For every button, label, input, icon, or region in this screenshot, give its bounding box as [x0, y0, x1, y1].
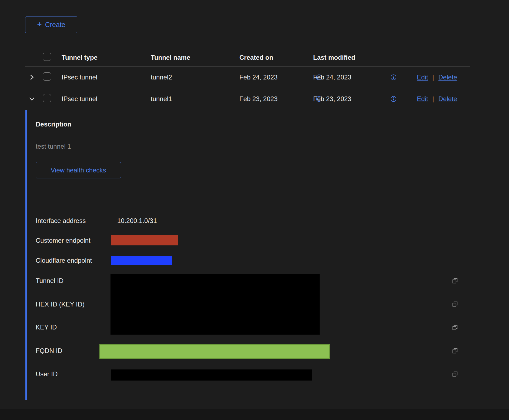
table-bottom-border [25, 400, 470, 400]
description-label: Description [36, 121, 71, 128]
view-health-checks-label: View health checks [51, 166, 106, 174]
hex-id-label: HEX ID (KEY ID) [36, 301, 85, 308]
customer-endpoint-redacted-value [111, 235, 178, 245]
info-icon[interactable] [390, 96, 397, 102]
tunnel-type-cell: IPsec tunnel [62, 95, 97, 103]
expanded-row-accent-bar [25, 110, 27, 400]
view-health-checks-button[interactable]: View health checks [36, 162, 121, 178]
tunnel-type-cell: IPsec tunnel [62, 74, 97, 81]
header-tunnel-name: Tunnel name [151, 54, 190, 61]
delete-link[interactable]: Delete [438, 74, 457, 81]
copy-icon[interactable] [452, 301, 458, 307]
user-id-label: User ID [36, 370, 58, 378]
edit-link[interactable]: Edit [417, 95, 428, 103]
table-row: IPsec tunnel tunnel2 Feb 24, 2023 Feb 24… [25, 66, 470, 88]
chevron-down-icon[interactable] [29, 96, 35, 102]
header-tunnel-type: Tunnel type [62, 54, 98, 61]
user-id-redacted-value [111, 369, 312, 381]
description-value: test tunnel 1 [36, 143, 71, 150]
info-icon[interactable] [390, 74, 397, 80]
actions-separator: | [432, 74, 434, 81]
section-divider [36, 196, 461, 196]
table-header-row: Tunnel type Tunnel name Created on Last … [25, 49, 470, 67]
fqdn-id-label: FQDN ID [36, 347, 62, 355]
created-on-cell: Feb 24, 2023 [239, 74, 277, 81]
last-modified-cell: Feb 23, 2023 [313, 95, 351, 103]
header-last-modified: Last modified [313, 54, 355, 61]
delete-link[interactable]: Delete [438, 95, 457, 103]
select-all-checkbox[interactable] [43, 53, 51, 61]
id-values-redacted-block [110, 274, 320, 335]
row-checkbox[interactable] [43, 94, 51, 102]
cloudflare-endpoint-redacted-value [111, 256, 172, 265]
tunnel-name-cell: tunnel1 [151, 95, 172, 103]
created-on-cell: Feb 23, 2023 [239, 95, 277, 103]
tunnels-page: + Create Tunnel type Tunnel name Created… [0, 0, 509, 420]
copy-icon[interactable] [452, 278, 458, 284]
table-row: IPsec tunnel tunnel1 Feb 23, 2023 Feb 23… [25, 88, 470, 110]
interface-address-value: 10.200.1.0/31 [117, 217, 157, 225]
plus-icon: + [37, 20, 42, 28]
footer-strip [0, 409, 509, 420]
key-id-label: KEY ID [36, 324, 57, 331]
copy-icon[interactable] [452, 348, 458, 354]
row-checkbox[interactable] [43, 72, 51, 81]
create-button[interactable]: + Create [25, 16, 77, 33]
header-created-on: Created on [239, 54, 273, 61]
customer-endpoint-label: Customer endpoint [36, 237, 91, 244]
edit-link[interactable]: Edit [417, 74, 428, 81]
last-modified-cell: Feb 24, 2023 [313, 74, 351, 81]
copy-icon[interactable] [452, 324, 458, 331]
tunnel-name-cell: tunnel2 [151, 74, 172, 81]
chevron-right-icon[interactable] [29, 74, 35, 81]
tunnel-id-label: Tunnel ID [36, 277, 63, 285]
copy-icon[interactable] [452, 371, 458, 377]
actions-separator: | [432, 95, 434, 103]
fqdn-id-redacted-value [99, 344, 330, 359]
create-button-label: Create [45, 21, 65, 29]
interface-address-label: Interface address [36, 217, 86, 225]
cloudflare-endpoint-label: Cloudflare endpoint [36, 257, 92, 264]
